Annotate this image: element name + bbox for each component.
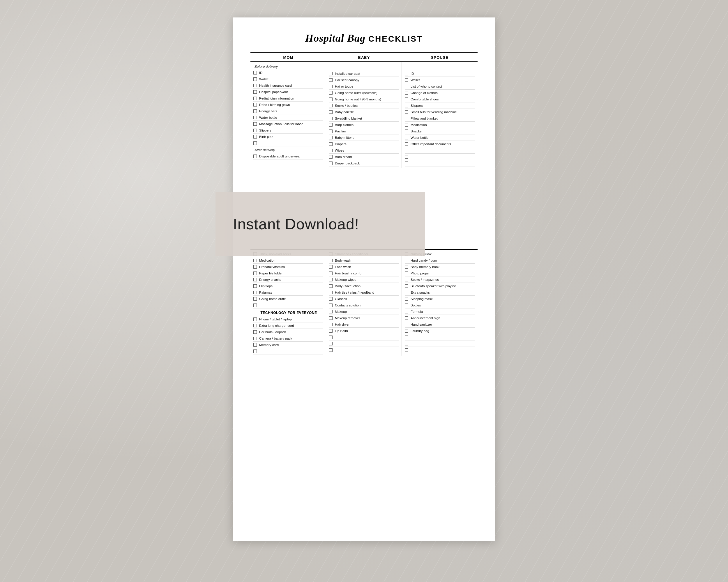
checkbox[interactable] xyxy=(253,141,257,145)
checkbox[interactable] xyxy=(405,85,408,88)
checkbox[interactable] xyxy=(253,90,257,94)
list-item: Water bottle xyxy=(253,114,323,121)
list-item: Face wash xyxy=(329,264,399,270)
mom-col: Before delivery ID Wallet Health insuran… xyxy=(251,62,326,168)
checkbox[interactable] xyxy=(329,342,333,345)
checkbox[interactable] xyxy=(405,304,408,307)
checkbox[interactable] xyxy=(405,78,408,82)
instant-download-text: Instant Download! xyxy=(233,215,359,233)
baby-header: BABY xyxy=(326,53,402,62)
checkbox[interactable] xyxy=(405,342,408,345)
checkbox[interactable] xyxy=(329,335,333,339)
baby-col: Installed car seat Car seat canopy Hat o… xyxy=(326,62,402,168)
checkbox[interactable] xyxy=(405,291,408,294)
checkbox[interactable] xyxy=(253,350,257,353)
list-item: Diaper backpack xyxy=(329,160,399,166)
checkbox[interactable] xyxy=(405,278,408,281)
checkbox[interactable] xyxy=(329,265,333,269)
checkbox[interactable] xyxy=(253,129,257,132)
checkbox[interactable] xyxy=(405,162,408,165)
checkbox[interactable] xyxy=(329,304,333,307)
checkbox[interactable] xyxy=(405,110,408,114)
checkbox[interactable] xyxy=(329,98,333,101)
checkbox[interactable] xyxy=(329,149,333,152)
checkbox[interactable] xyxy=(329,78,333,82)
checkbox[interactable] xyxy=(329,123,333,127)
checkbox[interactable] xyxy=(329,272,333,275)
checkbox[interactable] xyxy=(405,348,408,352)
list-item: List of who to contact xyxy=(405,83,475,90)
checkbox[interactable] xyxy=(253,278,257,281)
checkbox[interactable] xyxy=(253,272,257,275)
checkbox[interactable] xyxy=(253,297,257,301)
checkbox[interactable] xyxy=(405,259,408,262)
checkbox[interactable] xyxy=(329,104,333,107)
checkbox[interactable] xyxy=(253,109,257,113)
checkbox[interactable] xyxy=(253,71,257,75)
checkbox[interactable] xyxy=(405,123,408,127)
checkbox[interactable] xyxy=(329,130,333,133)
top-grid: MOM BABY SPOUSE Before delivery ID Walle… xyxy=(251,52,477,168)
checkbox[interactable] xyxy=(405,284,408,288)
checkbox[interactable] xyxy=(405,136,408,139)
checkbox[interactable] xyxy=(253,77,257,81)
checkbox[interactable] xyxy=(253,259,257,262)
checkbox[interactable] xyxy=(329,278,333,281)
checkbox[interactable] xyxy=(405,316,408,320)
checkbox[interactable] xyxy=(405,104,408,107)
checkbox[interactable] xyxy=(405,98,408,101)
checkbox[interactable] xyxy=(253,330,257,334)
checkbox[interactable] xyxy=(329,297,333,301)
checkbox[interactable] xyxy=(253,122,257,126)
checkbox[interactable] xyxy=(329,310,333,313)
checkbox[interactable] xyxy=(329,142,333,146)
checkbox[interactable] xyxy=(329,136,333,139)
checkbox[interactable] xyxy=(253,155,257,158)
list-item: Change of clothes xyxy=(405,90,475,96)
checkbox[interactable] xyxy=(253,135,257,139)
checkbox[interactable] xyxy=(329,117,333,120)
checkbox[interactable] xyxy=(253,265,257,269)
checkbox[interactable] xyxy=(253,96,257,100)
checkbox[interactable] xyxy=(253,317,257,321)
checkbox[interactable] xyxy=(329,284,333,288)
checkbox[interactable] xyxy=(329,155,333,159)
checkbox[interactable] xyxy=(329,110,333,114)
checkbox[interactable] xyxy=(405,335,408,339)
checkbox[interactable] xyxy=(329,329,333,333)
list-item: Paper file folder xyxy=(253,270,323,276)
checkbox[interactable] xyxy=(405,149,408,152)
checkbox[interactable] xyxy=(329,85,333,88)
checkbox[interactable] xyxy=(405,310,408,313)
checkbox[interactable] xyxy=(405,130,408,133)
checkbox[interactable] xyxy=(405,329,408,333)
checkbox[interactable] xyxy=(405,297,408,301)
checkbox[interactable] xyxy=(405,272,408,275)
checkbox[interactable] xyxy=(329,162,333,165)
checkbox[interactable] xyxy=(405,91,408,94)
checkbox[interactable] xyxy=(329,348,333,352)
checkbox[interactable] xyxy=(405,265,408,269)
checkbox[interactable] xyxy=(253,284,257,288)
checkbox[interactable] xyxy=(329,316,333,320)
checkbox[interactable] xyxy=(253,337,257,340)
checkbox[interactable] xyxy=(253,343,257,347)
checkbox[interactable] xyxy=(253,103,257,107)
checkbox[interactable] xyxy=(329,323,333,326)
checkbox[interactable] xyxy=(405,117,408,120)
spouse-col: ID Wallet List of who to contact Change … xyxy=(402,62,477,168)
checkbox[interactable] xyxy=(253,291,257,294)
checkbox[interactable] xyxy=(253,116,257,119)
checkbox[interactable] xyxy=(405,323,408,326)
checkbox[interactable] xyxy=(329,72,333,75)
checkbox[interactable] xyxy=(405,155,408,159)
checkbox[interactable] xyxy=(329,291,333,294)
checkbox[interactable] xyxy=(329,259,333,262)
checkbox[interactable] xyxy=(329,91,333,94)
checkbox[interactable] xyxy=(405,72,408,75)
checkbox[interactable] xyxy=(253,324,257,327)
checkbox[interactable] xyxy=(253,84,257,87)
checkbox[interactable] xyxy=(405,142,408,146)
checkbox[interactable] xyxy=(253,304,257,307)
spouse-col-bottom: Nursing pillow Hard candy / gum Baby mem… xyxy=(402,250,477,356)
